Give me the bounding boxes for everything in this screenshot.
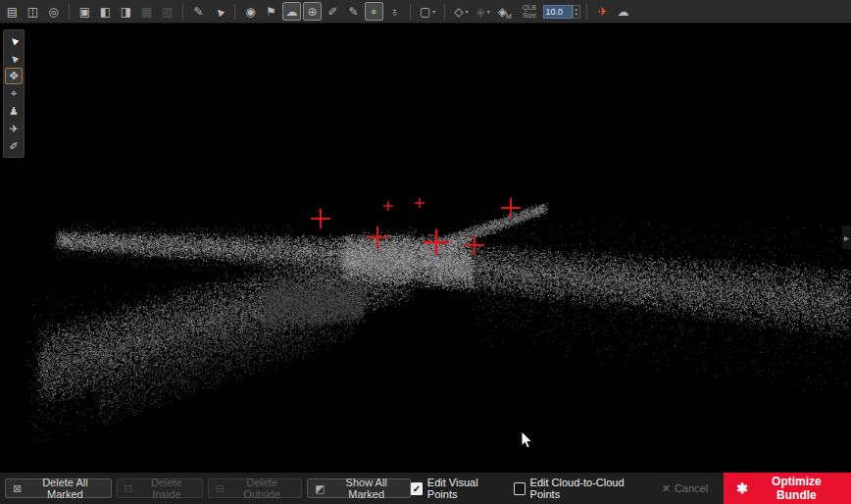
report-panel-icon: ▥ (158, 2, 176, 21)
point-cloud-icon[interactable]: ☁ (282, 2, 301, 21)
cloud-process-icon[interactable]: ☁ (614, 2, 632, 21)
tags-icon[interactable]: ⚑ (262, 2, 280, 21)
viewport-3d: ▲▲✥⌖♟✈✐ ▸ (0, 24, 851, 472)
bundle-actions-group: ✓ Edit Visual Points Edit Cloud-to-Cloud… (411, 473, 851, 504)
edit-cloud-to-cloud-box[interactable] (514, 482, 526, 495)
cloud-upload-icon[interactable]: ▤ (3, 2, 22, 21)
show-all-marked-label: Show All Marked (330, 477, 403, 500)
delete-all-marked-button[interactable]: ⊠ Delete All Marked (5, 479, 112, 498)
layout-panels-icon[interactable]: ◫ (24, 2, 42, 21)
bottom-toolbar: ⊠ Delete All Marked ⊡ Delete Inside ⊟ De… (0, 472, 851, 504)
qlb-size-input-spinner[interactable]: ▴▾ (573, 5, 581, 19)
bounding-box-alt-icon-dropdown[interactable]: ▾ (487, 8, 490, 15)
qlb-size-input-group: ▴▾ (543, 4, 581, 20)
left-toolbar: ▲▲✥⌖♟✈✐ (3, 29, 25, 158)
delete-inside-button: ⊡ Delete Inside (117, 479, 203, 498)
edit-visual-points-checkbox[interactable]: ✓ Edit Visual Points (411, 477, 504, 500)
top-toolbar: ▤◫◎▣◧◨▦▥✎▲◉⚑☁⊕✐✎⌖♁▢▾◇▾◈▾◈MQLBSize:▴▾✈☁ (0, 0, 851, 24)
marked-actions-group: ⊠ Delete All Marked ⊡ Delete Inside ⊟ De… (5, 479, 411, 498)
qlb-size-label: QLBSize: (523, 4, 538, 20)
cancel-label: Cancel (675, 482, 708, 494)
clipping-box-icon-dropdown[interactable]: ▾ (432, 8, 435, 15)
edit-visual-points-box[interactable]: ✓ (411, 482, 423, 495)
camera-icon[interactable]: ▣ (75, 2, 94, 21)
process-rocket-icon[interactable]: ✈ (593, 2, 612, 21)
globe-icon[interactable]: ⊕ (303, 2, 322, 21)
optimize-bundle-label: Optimize Bundle (755, 475, 838, 502)
cancel-button: ✕ Cancel (656, 481, 714, 496)
point-cloud-canvas[interactable] (0, 24, 851, 472)
edit-cloud-to-cloud-checkbox[interactable]: Edit Cloud-to-Cloud Points (514, 477, 646, 500)
edit-visual-points-label: Edit Visual Points (427, 477, 504, 500)
qlb-size-input[interactable] (543, 5, 573, 19)
optimize-bundle-button[interactable]: ✱ Optimize Bundle (724, 473, 851, 504)
cancel-icon: ✕ (662, 482, 671, 495)
optimize-bundle-icon: ✱ (736, 481, 748, 495)
map-panel-icon[interactable]: ◨ (117, 2, 135, 21)
toolbar-separator (444, 4, 445, 20)
orbit-icon[interactable]: ◉ (241, 2, 260, 21)
point-select-tool[interactable]: ▲ (5, 50, 23, 67)
move-tool[interactable]: ✥ (5, 68, 23, 84)
delete-inside-label: Delete Inside (138, 477, 195, 500)
show-all-marked-button[interactable]: ◩ Show All Marked (307, 479, 411, 498)
edit-cloud-to-cloud-label: Edit Cloud-to-Cloud Points (530, 477, 646, 500)
pointer-select-icon[interactable]: ▲ (210, 2, 228, 21)
zoom-extents-icon[interactable]: ◎ (44, 2, 63, 21)
bounding-box-alt-icon: ◈▾ (474, 2, 493, 21)
toolbar-separator (182, 4, 183, 20)
clipping-box-icon[interactable]: ▢▾ (417, 2, 438, 21)
measure-icon[interactable]: ✐ (324, 2, 342, 21)
street-view-tool[interactable]: ♟ (5, 103, 23, 120)
toolbar-separator (410, 4, 411, 20)
mouse-cursor (521, 430, 533, 449)
bounding-box-icon-dropdown[interactable]: ▾ (466, 8, 469, 15)
toolbar-separator (69, 4, 70, 20)
draw-icon[interactable]: ✎ (189, 2, 208, 21)
tie-point-tool[interactable]: ⌖ (5, 85, 23, 102)
delete-outside-button: ⊟ Delete Outside (208, 479, 302, 498)
show-all-marked-icon: ◩ (315, 483, 325, 494)
photos-panel-icon[interactable]: ◧ (96, 2, 115, 21)
delete-inside-icon: ⊡ (125, 483, 133, 494)
delete-all-marked-icon: ⊠ (13, 483, 22, 494)
navigate-tool[interactable]: ✈ (5, 121, 23, 137)
select-tool[interactable]: ▲ (5, 32, 23, 49)
annotate-icon[interactable]: ✎ (344, 2, 363, 21)
panel-expand-handle[interactable]: ▸ (842, 226, 851, 249)
camera-path-icon[interactable]: ♁ (385, 2, 404, 21)
delete-outside-icon: ⊟ (216, 483, 225, 494)
toolbar-separator (234, 4, 235, 20)
bounding-box-icon[interactable]: ◇▾ (451, 2, 471, 21)
bounding-box-m-icon[interactable]: ◈M (495, 2, 515, 21)
toolbar-separator (586, 4, 587, 20)
gcp-pin-icon[interactable]: ⌖ (365, 2, 383, 21)
delete-outside-label: Delete Outside (229, 477, 294, 500)
mesh-panel-icon: ▦ (137, 2, 156, 21)
delete-all-marked-label: Delete All Marked (26, 477, 103, 500)
brush-tool[interactable]: ✐ (5, 138, 23, 155)
